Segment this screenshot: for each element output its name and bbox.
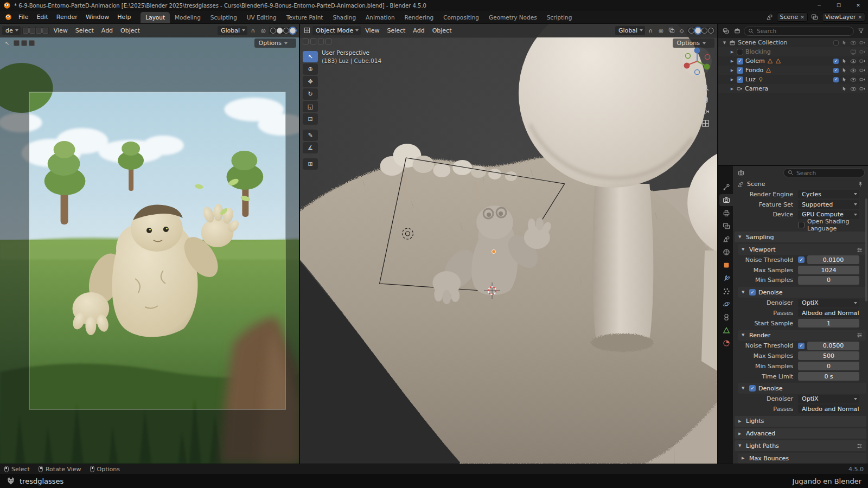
tab-texture-paint[interactable]: Texture Paint xyxy=(282,12,328,23)
viewlayer-checkbox[interactable]: ✓ xyxy=(833,68,839,73)
outliner-search[interactable] xyxy=(744,27,854,36)
scene-unlink-icon[interactable]: ✕ xyxy=(800,15,805,20)
menu-object[interactable]: Object xyxy=(117,26,143,35)
gizmo-z-axis[interactable] xyxy=(694,48,700,54)
feature-set-dropdown[interactable]: Supported xyxy=(798,200,859,209)
transform-orientation-dropdown[interactable]: Global xyxy=(615,26,645,35)
viewlayer-unlink-icon[interactable]: ✕ xyxy=(858,15,862,20)
menu-edit[interactable]: Edit xyxy=(33,12,52,22)
properties-search[interactable] xyxy=(783,168,865,177)
mode-toggle-group[interactable] xyxy=(22,27,49,34)
tool-add-cube[interactable]: ⊞ xyxy=(303,158,318,170)
selectable-icon[interactable] xyxy=(841,76,847,82)
menu-add[interactable]: Add xyxy=(98,26,116,35)
tool-transform[interactable]: ⊡ xyxy=(303,113,318,125)
outliner-item-luz[interactable]: ▶ ✓ Luz ✓ xyxy=(718,75,868,84)
viewport-solid[interactable]: Object Mode View Select Add Object Globa… xyxy=(300,24,718,464)
tab-layout[interactable]: Layout xyxy=(141,12,170,23)
denoise-checkbox[interactable]: ✓ xyxy=(749,289,756,296)
outliner-search-input[interactable] xyxy=(757,28,850,34)
pin-icon[interactable] xyxy=(857,181,864,188)
time-limit-field[interactable]: 0 s xyxy=(798,372,859,381)
tool-cursor[interactable]: ⊕ xyxy=(303,63,318,75)
shading-wireframe-icon[interactable] xyxy=(270,28,276,34)
close-button[interactable]: ✕ xyxy=(848,0,868,11)
menu-file[interactable]: File xyxy=(15,12,32,22)
max-bounces-header[interactable]: ▶Max Bounces xyxy=(738,453,866,464)
outliner-root-row[interactable]: ▼ Scene Collection xyxy=(718,38,868,47)
max-samples-field[interactable]: 500 xyxy=(798,351,859,360)
menu-help[interactable]: Help xyxy=(113,12,135,22)
noise-threshold-field[interactable]: 0.0100 xyxy=(807,255,859,264)
tab-render[interactable] xyxy=(719,194,733,206)
viewlayer-browse-icon[interactable] xyxy=(811,14,819,21)
tab-scripting[interactable]: Scripting xyxy=(542,12,577,23)
options-dropdown-left[interactable]: Options xyxy=(254,38,296,48)
gizmos-icon[interactable]: ◇ xyxy=(677,26,686,35)
select-mode-subtract[interactable] xyxy=(29,40,35,46)
filter-funnel-icon[interactable] xyxy=(856,27,865,36)
sampling-viewport-header[interactable]: ▼Viewport xyxy=(738,244,866,255)
passes-dropdown[interactable]: Albedo and Normal xyxy=(798,404,859,413)
render-visibility-icon[interactable] xyxy=(859,86,865,92)
outliner-item-golem[interactable]: ▶ ✓ Golem ✓ xyxy=(718,56,868,66)
snap-magnet-icon[interactable]: ∩ xyxy=(248,26,258,35)
maximize-button[interactable]: ☐ xyxy=(829,0,848,11)
render-visibility-icon[interactable] xyxy=(859,58,865,64)
overlays-icon[interactable] xyxy=(667,26,676,35)
shading-solid-icon[interactable] xyxy=(695,28,701,34)
mode-dropdown[interactable]: Object Mode xyxy=(312,26,361,35)
tab-view-layer[interactable] xyxy=(719,220,733,232)
max-samples-field[interactable]: 1024 xyxy=(798,266,859,274)
selectable-icon[interactable] xyxy=(841,67,847,73)
menu-view[interactable]: View xyxy=(50,26,71,35)
properties-search-input[interactable] xyxy=(796,170,860,176)
tab-physics[interactable] xyxy=(719,298,733,310)
tab-object-data[interactable] xyxy=(719,324,733,336)
tool-move[interactable]: ✥ xyxy=(303,76,318,87)
outliner-item-blocking[interactable]: ▶ Blocking xyxy=(718,47,868,56)
tool-rotate[interactable]: ↻ xyxy=(303,88,318,100)
proportional-edit-icon[interactable]: ◎ xyxy=(656,26,666,35)
render-visibility-icon[interactable] xyxy=(859,76,865,82)
shading-rendered-icon[interactable] xyxy=(290,28,296,34)
tab-modeling[interactable]: Modeling xyxy=(170,12,206,23)
tab-shading[interactable]: Shading xyxy=(328,12,361,23)
navigation-gizmo[interactable] xyxy=(681,46,713,79)
noise-threshold-checkbox[interactable]: ✓ xyxy=(798,343,805,349)
tab-sculpting[interactable]: Sculpting xyxy=(206,12,242,23)
min-samples-field[interactable]: 0 xyxy=(798,362,859,370)
menu-window[interactable]: Window xyxy=(82,12,113,22)
tool-select-box[interactable]: ↖ xyxy=(303,51,318,62)
viewlayer-selector[interactable]: ViewLayer ✕ xyxy=(822,12,865,22)
collection-exclude-checkbox[interactable]: ✓ xyxy=(737,58,743,65)
gizmo-y-axis[interactable] xyxy=(704,64,710,70)
scene-browse-icon[interactable] xyxy=(766,14,774,21)
snap-magnet-icon[interactable]: ∩ xyxy=(646,26,655,35)
tool-measure[interactable]: ∡ xyxy=(303,142,318,153)
tab-modifiers[interactable] xyxy=(719,272,733,284)
editor-type-icon[interactable] xyxy=(302,26,311,35)
visibility-eye-icon[interactable] xyxy=(850,67,857,74)
active-tool-icon[interactable]: ↖ xyxy=(3,38,12,48)
tab-uv-editing[interactable]: UV Editing xyxy=(242,12,282,23)
device-dropdown[interactable]: GPU Compute xyxy=(798,210,859,219)
visibility-eye-icon[interactable] xyxy=(850,76,857,83)
monitor-icon[interactable] xyxy=(850,49,857,55)
menu-render[interactable]: Render xyxy=(53,12,81,22)
tab-constraints[interactable] xyxy=(719,311,733,323)
light-paths-section-header[interactable]: ▼Light Paths xyxy=(735,440,866,451)
denoise-checkbox[interactable]: ✓ xyxy=(749,385,756,391)
zoom-icon[interactable] xyxy=(701,84,710,92)
tab-material[interactable] xyxy=(719,337,733,349)
menu-select[interactable]: Select xyxy=(384,26,409,35)
preset-sliders-icon[interactable] xyxy=(857,332,863,338)
shading-material-icon[interactable] xyxy=(701,28,707,34)
render-visibility-icon[interactable] xyxy=(859,67,865,73)
select-mode-invert[interactable] xyxy=(326,38,331,44)
properties-scrollbar[interactable] xyxy=(865,198,867,301)
denoiser-dropdown[interactable]: OptiX xyxy=(798,299,859,307)
shading-rendered-icon[interactable] xyxy=(708,28,714,34)
preset-sliders-icon[interactable] xyxy=(857,247,863,253)
start-sample-field[interactable]: 1 xyxy=(798,319,859,328)
